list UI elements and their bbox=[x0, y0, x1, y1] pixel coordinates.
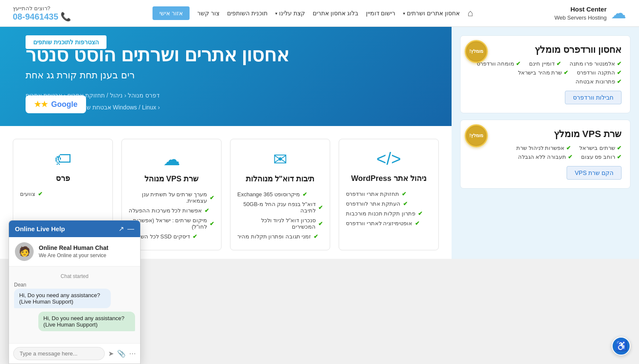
chat-widget: Online Live Help ↗ — 🧑 Online Real Human… bbox=[9, 220, 141, 259]
badge-label-vps: מומלץ! bbox=[469, 133, 484, 138]
cloud-logo-icon: ☁ bbox=[611, 4, 626, 22]
check-icon: ✔ bbox=[564, 69, 568, 76]
hero-section: הצטרפות לתוכנית שותפים אחסון אתרים ושרתי… bbox=[0, 27, 452, 126]
check-icon: ✔ bbox=[617, 145, 622, 151]
feature-label: תעבורה ללא הגבלה bbox=[518, 154, 566, 160]
left-panels: מומלץ! אחסון וורדפרס מומלץ ✔ אלמנטור פרו… bbox=[452, 27, 639, 259]
service-title-vps: שרת VPS מנוהל bbox=[129, 174, 214, 183]
personal-area-button[interactable]: אזור אישי bbox=[153, 6, 190, 20]
service-feature: ✔ דוא"ל בנפח ענק החל מ-50GB לתיבה bbox=[237, 199, 323, 215]
nav-item-domain[interactable]: רישום דומיין bbox=[366, 10, 396, 17]
feature-unlimited: ✔ תעבורה ללא הגבלה bbox=[518, 154, 573, 160]
service-feature: ✔ צוועים bbox=[20, 189, 106, 199]
feature-security: ✔ פתרונות אבטחה bbox=[576, 78, 622, 85]
service-feature: ✔ תחזוקת אתרי וורדפרס bbox=[346, 189, 432, 199]
service-features-email: ✔ מיקרוסופט Exchange 365 ✔ דוא"ל בנפח ענ… bbox=[237, 189, 323, 241]
service-title-extra: פרס bbox=[20, 174, 106, 183]
nav-item-blog[interactable]: בלוג אחסון אתרים bbox=[313, 10, 358, 17]
chat-minimize-button[interactable]: — bbox=[127, 225, 134, 233]
wordpress-packages-button[interactable]: חבילות וורדפרס bbox=[565, 91, 622, 104]
service-feature: ✔ פתרון תקלות תכנות מורכבות bbox=[346, 209, 432, 218]
check-icon: ✔ bbox=[617, 69, 622, 76]
feature-label: התקנה וורדפרס bbox=[577, 69, 615, 76]
check-icon: ✔ bbox=[403, 201, 408, 207]
phone-section: רוצים להתייעץ? 08-9461435 📞 bbox=[13, 5, 71, 22]
chat-arrow-button[interactable]: ↗ bbox=[118, 225, 124, 233]
service-feature: ✔ מיקום שרתים : ישראל (אפשרות לחו"ל) bbox=[129, 215, 214, 232]
feature-label: שרתים בישראל bbox=[579, 145, 615, 151]
nav-item-about[interactable]: קצת עלינו ▾ bbox=[275, 10, 305, 17]
check-icon: ✔ bbox=[204, 207, 209, 214]
main-nav: ⌂ אחסון אתרים ושרתים ▾ רישום דומיין בלוג… bbox=[153, 6, 473, 20]
service-feature: ✔ סנכרון דוא"ל לניוד ולכל המכשירים bbox=[237, 215, 323, 232]
check-icon: ✔ bbox=[617, 154, 622, 160]
nav-item-affiliates[interactable]: תוכנית השותפים bbox=[227, 10, 268, 17]
feature-label: פתרונות אבטחה bbox=[576, 78, 615, 85]
star-icons: ★★ bbox=[34, 100, 48, 109]
phone-number-text: 08-9461435 bbox=[13, 12, 58, 21]
service-feature: ✔ העתקת אתר לוורדפרס bbox=[346, 199, 432, 209]
phone-number: 08-9461435 📞 bbox=[13, 11, 71, 22]
service-title-wordpress: ניהול אתר WordPress bbox=[346, 174, 432, 183]
chat-header: Online Live Help ↗ — bbox=[9, 221, 140, 237]
nav-item-home[interactable]: ⌂ bbox=[467, 8, 473, 19]
wordpress-panel-features: ✔ אלמנטור פרו מתנה ✔ דומיין חינם ✔ מומחה… bbox=[469, 60, 622, 85]
check-icon: ✔ bbox=[516, 60, 521, 67]
check-icon: ✔ bbox=[568, 154, 573, 160]
phone-label: רוצים להתייעץ? bbox=[13, 5, 71, 11]
recommended-badge-wordpress: מומלץ! bbox=[465, 40, 488, 63]
affiliate-program-button[interactable]: הצטרפות לתוכנית שותפים bbox=[26, 35, 106, 49]
service-feature: ✔ מיקרוסופט Exchange 365 bbox=[237, 189, 323, 199]
header: ☁ Host Center Web Servers Hosting ⌂ אחסו… bbox=[0, 0, 639, 27]
home-icon: ⌂ bbox=[467, 8, 473, 18]
feature-il-servers: ✔ שרתים בישראל bbox=[579, 145, 622, 151]
service-features-extra: ✔ צוועים bbox=[20, 189, 106, 199]
service-features-wordpress: ✔ תחזוקת אתרי וורדפרס ✔ העתקת אתר לוורדפ… bbox=[346, 189, 432, 228]
feature-server: ✔ שרת מהיר בישראל bbox=[518, 69, 568, 76]
check-icon: ✔ bbox=[556, 60, 561, 67]
service-feature: ✔ זמני תגובה ופתרון תקלות מהיר bbox=[237, 232, 323, 241]
check-icon: ✔ bbox=[318, 204, 323, 211]
tag-icon: 🏷 bbox=[20, 149, 106, 169]
recommended-badge-vps: מומלץ! bbox=[465, 124, 488, 147]
check-icon: ✔ bbox=[314, 233, 318, 240]
check-icon: ✔ bbox=[617, 78, 622, 85]
check-icon: ✔ bbox=[38, 191, 43, 197]
service-feature: ✔ אפשרות לכל מערכות ההפעלה bbox=[129, 206, 214, 215]
google-label: Google bbox=[51, 100, 78, 109]
vps-setup-button[interactable]: הקם שרת VPS bbox=[567, 166, 622, 180]
nav-hosting-label: אחסון אתרים ושרתים bbox=[407, 10, 460, 17]
nav-item-contact[interactable]: צור קשר bbox=[197, 10, 219, 17]
logo-name: Host Center bbox=[570, 6, 607, 13]
feature-elementor: ✔ אלמנטור פרו מתנה bbox=[570, 60, 622, 67]
check-icon: ✔ bbox=[302, 191, 307, 198]
service-card-email: ✉ תיבות דוא"ל מנוהלות ✔ מיקרוסופט Exchan… bbox=[230, 139, 330, 250]
check-icon: ✔ bbox=[193, 233, 197, 240]
feature-label: רוחב פס עצום bbox=[581, 154, 615, 160]
logo: ☁ Host Center Web Servers Hosting bbox=[554, 4, 626, 22]
nav-item-hosting[interactable]: אחסון אתרים ושרתים ▾ bbox=[403, 10, 460, 17]
agent-avatar: 🧑 bbox=[15, 242, 34, 259]
check-icon: ✔ bbox=[418, 210, 423, 217]
check-icon: ✔ bbox=[210, 195, 214, 201]
check-icon: ✔ bbox=[210, 221, 214, 227]
agent-status: We Are Online at your service bbox=[39, 252, 106, 258]
feature-label: אפשרות לניהול שרת bbox=[516, 145, 564, 151]
service-feature: ✔ מערך שרתים על תשתית ענן עצמאית. bbox=[129, 189, 214, 206]
check-icon: ✔ bbox=[402, 191, 406, 197]
vps-panel-features: ✔ שרתים בישראל ✔ אפשרות לניהול שרת ✔ רוח… bbox=[469, 145, 622, 160]
chat-header-title: Online Live Help bbox=[15, 225, 65, 232]
check-icon: ✔ bbox=[566, 145, 571, 151]
email-icon: ✉ bbox=[237, 149, 323, 169]
feature-label: שרת מהיר בישראל bbox=[518, 69, 562, 76]
badge-label-wp: מומלץ! bbox=[469, 49, 484, 54]
nav-about-label: קצת עלינו bbox=[279, 10, 305, 17]
service-features-vps: ✔ מערך שרתים על תשתית ענן עצמאית. ✔ אפשר… bbox=[129, 189, 214, 241]
service-card-wordpress: </> ניהול אתר WordPress ✔ תחזוקת אתרי וו… bbox=[339, 139, 439, 250]
check-icon: ✔ bbox=[318, 221, 323, 227]
vps-panel-title: שרת VPS מומלץ bbox=[469, 129, 622, 140]
cloud-service-icon: ☁ bbox=[129, 149, 214, 169]
feature-install: ✔ התקנה וורדפרס bbox=[577, 69, 622, 76]
feature-manage: ✔ אפשרות לניהול שרת bbox=[516, 145, 571, 151]
feature-label: אלמנטור פרו מתנה bbox=[570, 60, 615, 67]
